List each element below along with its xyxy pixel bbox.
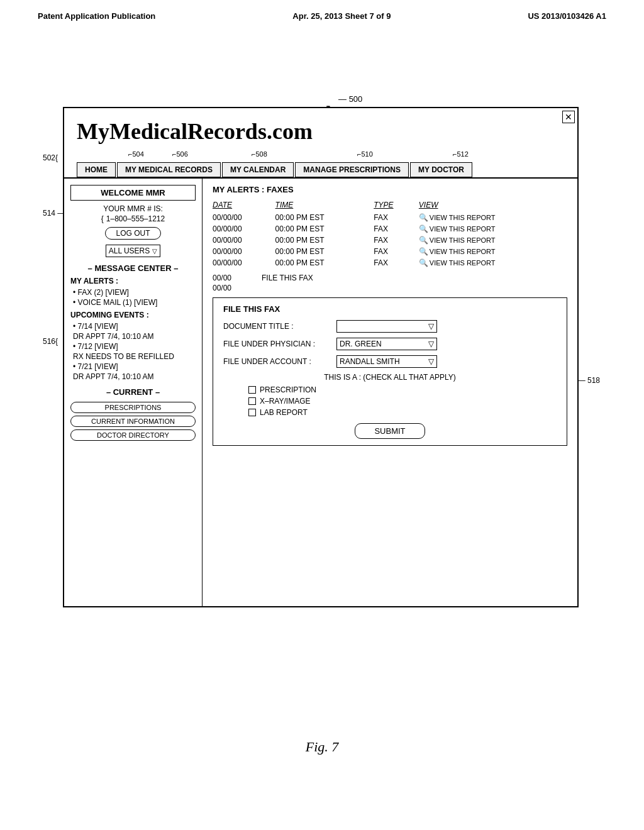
fax-date-2: 00/00/00 bbox=[213, 235, 275, 246]
fax-date-3: 00/00/00 bbox=[213, 246, 275, 257]
fax-type-4: FAX bbox=[374, 257, 419, 268]
logout-button[interactable]: LOG OUT bbox=[105, 227, 160, 240]
tab-home[interactable]: HOME bbox=[77, 162, 116, 177]
col-time: TIME bbox=[275, 199, 374, 212]
patent-left: Patent Application Publication bbox=[38, 11, 155, 21]
doc-title-input[interactable]: ▽ bbox=[336, 320, 437, 333]
account-label: FILE UNDER ACCOUNT : bbox=[223, 357, 336, 366]
fax-view-2[interactable]: 🔍 VIEW THIS REPORT bbox=[419, 235, 567, 246]
fax-row-3: 00/00/00 00:00 PM EST FAX 🔍 VIEW THIS RE… bbox=[213, 246, 567, 257]
sidebar-alerts-label: MY ALERTS : bbox=[70, 277, 196, 285]
lab-label: LAB REPORT bbox=[260, 408, 308, 417]
physician-input[interactable]: DR. GREEN ▽ bbox=[336, 338, 437, 350]
nav-label-506: ⌐506 bbox=[172, 150, 188, 158]
magnify-icon-3: 🔍 bbox=[419, 247, 428, 256]
fax-view-3[interactable]: 🔍 VIEW THIS REPORT bbox=[419, 246, 567, 257]
fax-view-1[interactable]: 🔍 VIEW THIS REPORT bbox=[419, 223, 567, 235]
sidebar-welcome: WELCOME MMR bbox=[70, 185, 196, 201]
doc-title-row: DOCUMENT TITLE : ▽ bbox=[223, 320, 557, 333]
fax-row-7: 00/00 bbox=[213, 284, 567, 292]
nav-labels-row: ⌐504 ⌐506 ⌐508 ⌐510 ⌐512 bbox=[64, 147, 577, 161]
fax-date-0: 00/00/00 bbox=[213, 212, 275, 223]
sidebar: WELCOME MMR YOUR MMR # IS: { 1–800–555–1… bbox=[64, 179, 203, 606]
event3-bullet[interactable]: • 7/21 [VIEW] bbox=[70, 362, 196, 371]
event1-bullet[interactable]: • 7/14 [VIEW] bbox=[70, 322, 196, 331]
check-row-xray: X–RAY/IMAGE bbox=[223, 397, 557, 406]
fax-item[interactable]: • FAX (2) [VIEW] bbox=[70, 288, 196, 297]
file-fax-title: FILE THIS FAX bbox=[223, 304, 557, 314]
sidebar-logout-container: LOG OUT bbox=[70, 227, 196, 240]
fax-time-3: 00:00 PM EST bbox=[275, 246, 374, 257]
tab-prescriptions[interactable]: MANAGE PRESCRIPTIONS bbox=[295, 162, 409, 177]
magnify-icon-1: 🔍 bbox=[419, 224, 428, 233]
prescriptions-button[interactable]: PRESCRIPTIONS bbox=[70, 402, 196, 413]
account-dropdown-icon: ▽ bbox=[428, 357, 434, 366]
tab-calendar[interactable]: MY CALENDAR bbox=[222, 162, 294, 177]
tab-doctor[interactable]: MY DOCTOR bbox=[410, 162, 472, 177]
fax-view-0[interactable]: 🔍 VIEW THIS REPORT bbox=[419, 212, 567, 223]
magnify-icon-4: 🔍 bbox=[419, 258, 428, 267]
nav-label-512: ⌐512 bbox=[453, 150, 469, 158]
tab-medical-records[interactable]: MY MEDICAL RECORDS bbox=[117, 162, 221, 177]
fax-date-4: 00/00/00 bbox=[213, 257, 275, 268]
fax-time-0: 00:00 PM EST bbox=[275, 212, 374, 223]
fax-time-4: 00:00 PM EST bbox=[275, 257, 374, 268]
current-section-title: – CURRENT – bbox=[70, 387, 196, 397]
event2-bullet[interactable]: • 7/12 [VIEW] bbox=[70, 342, 196, 351]
fax-time-2: 00:00 PM EST bbox=[275, 235, 374, 246]
submit-row: SUBMIT bbox=[223, 423, 557, 439]
file-fax-label-trigger: FILE THIS FAX bbox=[262, 274, 313, 282]
col-type: TYPE bbox=[374, 199, 419, 212]
close-button[interactable]: ✕ bbox=[562, 111, 575, 123]
account-input[interactable]: RANDALL SMITH ▽ bbox=[336, 355, 437, 368]
current-information-button[interactable]: CURRENT INFORMATION bbox=[70, 416, 196, 427]
main-content: MY ALERTS : FAXES DATE TIME TYPE VIEW 00… bbox=[203, 179, 577, 606]
lab-checkbox[interactable] bbox=[248, 409, 256, 416]
fax-type-3: FAX bbox=[374, 246, 419, 257]
patent-header: Patent Application Publication Apr. 25, … bbox=[0, 0, 644, 21]
magnify-icon-0: 🔍 bbox=[419, 213, 428, 222]
physician-dropdown-icon: ▽ bbox=[428, 340, 434, 348]
bracket-label-516: 516{ bbox=[43, 337, 58, 346]
doctor-directory-button[interactable]: DOCTOR DIRECTORY bbox=[70, 429, 196, 441]
main-window: ✕ MyMedicalRecords.com ⌐504 ⌐506 ⌐508 ⌐5… bbox=[63, 107, 579, 607]
voicemail-item[interactable]: • VOICE MAIL (1) [VIEW] bbox=[70, 298, 196, 307]
brace-left: { bbox=[101, 214, 104, 223]
submit-button[interactable]: SUBMIT bbox=[355, 423, 425, 439]
physician-label: FILE UNDER PHYSICIAN : bbox=[223, 340, 336, 348]
file-fax-panel: FILE THIS FAX DOCUMENT TITLE : ▽ FILE UN… bbox=[213, 297, 567, 446]
figure-label: Fig. 7 bbox=[0, 739, 644, 755]
check-section-title: THIS IS A : (CHECK ALL THAT APPLY) bbox=[223, 373, 557, 382]
fax-type-0: FAX bbox=[374, 212, 419, 223]
prescription-label: PRESCRIPTION bbox=[260, 385, 316, 394]
nav-label-504: ⌐504 bbox=[128, 150, 144, 158]
fax-row-6: 00/00 FILE THIS FAX bbox=[213, 274, 567, 282]
col-date: DATE bbox=[213, 199, 275, 212]
fax-view-4[interactable]: 🔍 VIEW THIS REPORT bbox=[419, 257, 567, 268]
doc-title-label: DOCUMENT TITLE : bbox=[223, 322, 336, 331]
fax-type-2: FAX bbox=[374, 235, 419, 246]
sidebar-phone: { 1–800–555–1212 bbox=[70, 214, 196, 223]
sidebar-users-container: ALL USERS ▽ bbox=[70, 245, 196, 257]
patent-right: US 2013/0103426 A1 bbox=[528, 11, 606, 21]
xray-checkbox[interactable] bbox=[248, 397, 256, 405]
dropdown-arrow-icon: ▽ bbox=[152, 248, 157, 255]
fax-time-1: 00:00 PM EST bbox=[275, 223, 374, 235]
content-area: WELCOME MMR YOUR MMR # IS: { 1–800–555–1… bbox=[64, 179, 577, 606]
prescription-checkbox[interactable] bbox=[248, 386, 256, 394]
bracket-label-502: 502{ bbox=[43, 153, 58, 162]
doc-title-dropdown-icon: ▽ bbox=[428, 322, 434, 331]
col-view: VIEW bbox=[419, 199, 567, 212]
nav-label-508: ⌐508 bbox=[252, 150, 267, 158]
fax-row6-date: 00/00 bbox=[213, 274, 231, 282]
fax-row-2: 00/00/00 00:00 PM EST FAX 🔍 VIEW THIS RE… bbox=[213, 235, 567, 246]
xray-label: X–RAY/IMAGE bbox=[260, 397, 310, 406]
event3-detail: DR APPT 7/4, 10:10 AM bbox=[70, 372, 196, 381]
users-select[interactable]: ALL USERS ▽ bbox=[106, 245, 161, 257]
fax-type-1: FAX bbox=[374, 223, 419, 235]
fax-row-0: 00/00/00 00:00 PM EST FAX 🔍 VIEW THIS RE… bbox=[213, 212, 567, 223]
site-title: MyMedicalRecords.com bbox=[64, 108, 577, 147]
physician-row: FILE UNDER PHYSICIAN : DR. GREEN ▽ bbox=[223, 338, 557, 350]
fax-table: DATE TIME TYPE VIEW 00/00/00 00:00 PM ES… bbox=[213, 199, 567, 268]
event1-detail: DR APPT 7/4, 10:10 AM bbox=[70, 332, 196, 341]
